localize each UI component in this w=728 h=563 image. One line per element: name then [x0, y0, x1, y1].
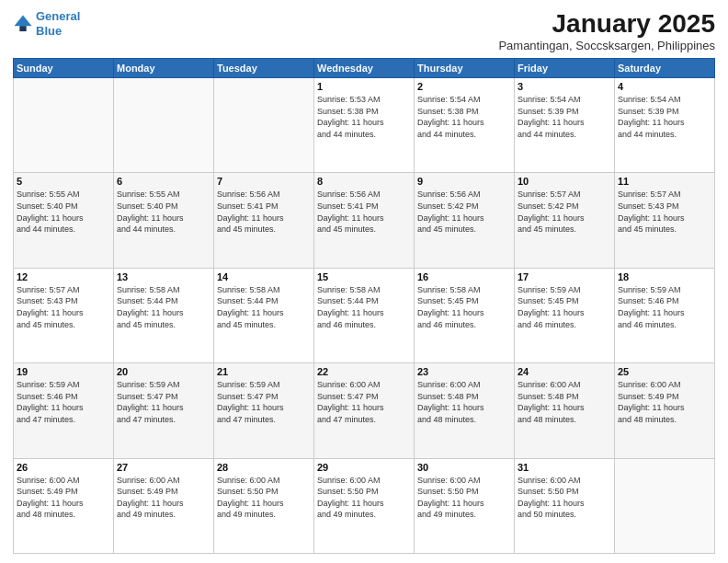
calendar-cell: 2Sunrise: 5:54 AM Sunset: 5:38 PM Daylig…: [415, 78, 515, 173]
logo-general: General: [36, 9, 80, 23]
day-info: Sunrise: 6:00 AM Sunset: 5:48 PM Dayligh…: [417, 379, 511, 425]
day-number: 3: [518, 81, 611, 92]
day-number: 23: [417, 366, 511, 377]
calendar-cell: 25Sunrise: 6:00 AM Sunset: 5:49 PM Dayli…: [615, 363, 715, 458]
day-number: 21: [217, 366, 311, 377]
calendar-cell: 11Sunrise: 5:57 AM Sunset: 5:43 PM Dayli…: [615, 173, 715, 268]
day-info: Sunrise: 5:57 AM Sunset: 5:43 PM Dayligh…: [17, 284, 110, 330]
week-row-2: 5Sunrise: 5:55 AM Sunset: 5:40 PM Daylig…: [14, 173, 715, 268]
day-number: 18: [618, 271, 711, 282]
weekday-header-tuesday: Tuesday: [214, 59, 314, 78]
svg-marker-0: [14, 15, 31, 26]
day-number: 28: [217, 462, 311, 473]
calendar-cell: 8Sunrise: 5:56 AM Sunset: 5:41 PM Daylig…: [314, 173, 415, 268]
week-row-4: 19Sunrise: 5:59 AM Sunset: 5:46 PM Dayli…: [14, 363, 715, 458]
day-info: Sunrise: 5:54 AM Sunset: 5:39 PM Dayligh…: [618, 94, 711, 140]
day-info: Sunrise: 6:00 AM Sunset: 5:49 PM Dayligh…: [618, 379, 711, 425]
calendar-cell: 22Sunrise: 6:00 AM Sunset: 5:47 PM Dayli…: [314, 363, 415, 458]
day-info: Sunrise: 5:59 AM Sunset: 5:47 PM Dayligh…: [217, 379, 311, 425]
calendar-cell: 23Sunrise: 6:00 AM Sunset: 5:48 PM Dayli…: [415, 363, 515, 458]
day-info: Sunrise: 6:00 AM Sunset: 5:49 PM Dayligh…: [117, 475, 210, 521]
title-block: January 2025 Pamantingan, Soccsksargen, …: [498, 9, 715, 52]
day-info: Sunrise: 5:55 AM Sunset: 5:40 PM Dayligh…: [117, 189, 210, 235]
day-info: Sunrise: 6:00 AM Sunset: 5:50 PM Dayligh…: [317, 475, 411, 521]
day-number: 14: [217, 271, 311, 282]
day-info: Sunrise: 5:58 AM Sunset: 5:44 PM Dayligh…: [317, 284, 411, 330]
calendar-cell: 4Sunrise: 5:54 AM Sunset: 5:39 PM Daylig…: [615, 78, 715, 173]
day-info: Sunrise: 6:00 AM Sunset: 5:50 PM Dayligh…: [417, 475, 511, 521]
calendar-cell: [14, 78, 114, 173]
day-info: Sunrise: 6:00 AM Sunset: 5:50 PM Dayligh…: [217, 475, 311, 521]
day-info: Sunrise: 6:00 AM Sunset: 5:50 PM Dayligh…: [518, 475, 611, 521]
day-number: 22: [317, 366, 411, 377]
day-info: Sunrise: 5:59 AM Sunset: 5:45 PM Dayligh…: [518, 284, 611, 330]
day-number: 25: [618, 366, 711, 377]
day-number: 5: [17, 176, 110, 187]
day-number: 9: [417, 176, 511, 187]
day-number: 27: [117, 462, 210, 473]
calendar-cell: 13Sunrise: 5:58 AM Sunset: 5:44 PM Dayli…: [114, 268, 214, 362]
weekday-header-monday: Monday: [114, 59, 214, 78]
day-number: 17: [518, 271, 611, 282]
calendar-cell: 10Sunrise: 5:57 AM Sunset: 5:42 PM Dayli…: [515, 173, 615, 268]
calendar-cell: 15Sunrise: 5:58 AM Sunset: 5:44 PM Dayli…: [314, 268, 415, 362]
day-number: 29: [317, 462, 411, 473]
day-number: 16: [417, 271, 511, 282]
week-row-3: 12Sunrise: 5:57 AM Sunset: 5:43 PM Dayli…: [14, 268, 715, 362]
day-number: 11: [618, 176, 711, 187]
day-info: Sunrise: 5:54 AM Sunset: 5:38 PM Dayligh…: [417, 94, 511, 140]
subtitle: Pamantingan, Soccsksargen, Philippines: [498, 39, 715, 52]
day-number: 6: [117, 176, 210, 187]
calendar-cell: 1Sunrise: 5:53 AM Sunset: 5:38 PM Daylig…: [314, 78, 415, 173]
weekday-header-thursday: Thursday: [415, 59, 515, 78]
day-info: Sunrise: 6:00 AM Sunset: 5:48 PM Dayligh…: [518, 379, 611, 425]
day-info: Sunrise: 5:55 AM Sunset: 5:40 PM Dayligh…: [17, 189, 110, 235]
day-info: Sunrise: 5:59 AM Sunset: 5:46 PM Dayligh…: [17, 379, 110, 425]
calendar-cell: 28Sunrise: 6:00 AM Sunset: 5:50 PM Dayli…: [214, 458, 314, 553]
calendar-cell: [214, 78, 314, 173]
calendar-cell: 19Sunrise: 5:59 AM Sunset: 5:46 PM Dayli…: [14, 363, 114, 458]
day-number: 15: [317, 271, 411, 282]
calendar-cell: 30Sunrise: 6:00 AM Sunset: 5:50 PM Dayli…: [415, 458, 515, 553]
day-number: 10: [518, 176, 611, 187]
svg-rect-1: [19, 26, 26, 31]
day-number: 30: [417, 462, 511, 473]
header: General Blue January 2025 Pamantingan, S…: [13, 9, 715, 52]
main-title: January 2025: [498, 9, 715, 39]
calendar-cell: 18Sunrise: 5:59 AM Sunset: 5:46 PM Dayli…: [615, 268, 715, 362]
day-number: 24: [518, 366, 611, 377]
day-number: 19: [17, 366, 110, 377]
calendar-cell: 9Sunrise: 5:56 AM Sunset: 5:42 PM Daylig…: [415, 173, 515, 268]
day-number: 31: [518, 462, 611, 473]
calendar-cell: 17Sunrise: 5:59 AM Sunset: 5:45 PM Dayli…: [515, 268, 615, 362]
day-number: 20: [117, 366, 210, 377]
calendar-body: 1Sunrise: 5:53 AM Sunset: 5:38 PM Daylig…: [14, 78, 715, 554]
page: General Blue January 2025 Pamantingan, S…: [0, 0, 728, 563]
weekday-header-sunday: Sunday: [14, 59, 114, 78]
day-number: 4: [618, 81, 711, 92]
weekday-header-wednesday: Wednesday: [314, 59, 415, 78]
calendar-cell: 29Sunrise: 6:00 AM Sunset: 5:50 PM Dayli…: [314, 458, 415, 553]
calendar-cell: 16Sunrise: 5:58 AM Sunset: 5:45 PM Dayli…: [415, 268, 515, 362]
calendar-cell: 24Sunrise: 6:00 AM Sunset: 5:48 PM Dayli…: [515, 363, 615, 458]
logo-text: General Blue: [36, 9, 80, 38]
day-number: 12: [17, 271, 110, 282]
logo: General Blue: [13, 9, 80, 38]
day-info: Sunrise: 5:56 AM Sunset: 5:41 PM Dayligh…: [217, 189, 311, 235]
calendar-cell: 14Sunrise: 5:58 AM Sunset: 5:44 PM Dayli…: [214, 268, 314, 362]
calendar-table: SundayMondayTuesdayWednesdayThursdayFrid…: [13, 58, 715, 554]
day-number: 13: [117, 271, 210, 282]
day-info: Sunrise: 5:57 AM Sunset: 5:42 PM Dayligh…: [518, 189, 611, 235]
calendar-cell: 5Sunrise: 5:55 AM Sunset: 5:40 PM Daylig…: [14, 173, 114, 268]
day-number: 26: [17, 462, 110, 473]
weekday-header-saturday: Saturday: [615, 59, 715, 78]
day-info: Sunrise: 5:54 AM Sunset: 5:39 PM Dayligh…: [518, 94, 611, 140]
day-info: Sunrise: 6:00 AM Sunset: 5:49 PM Dayligh…: [17, 475, 110, 521]
calendar-cell: 20Sunrise: 5:59 AM Sunset: 5:47 PM Dayli…: [114, 363, 214, 458]
day-info: Sunrise: 5:56 AM Sunset: 5:42 PM Dayligh…: [417, 189, 511, 235]
calendar-cell: 31Sunrise: 6:00 AM Sunset: 5:50 PM Dayli…: [515, 458, 615, 553]
calendar-cell: [114, 78, 214, 173]
day-number: 1: [317, 81, 411, 92]
logo-blue: Blue: [36, 24, 62, 38]
calendar-cell: 7Sunrise: 5:56 AM Sunset: 5:41 PM Daylig…: [214, 173, 314, 268]
